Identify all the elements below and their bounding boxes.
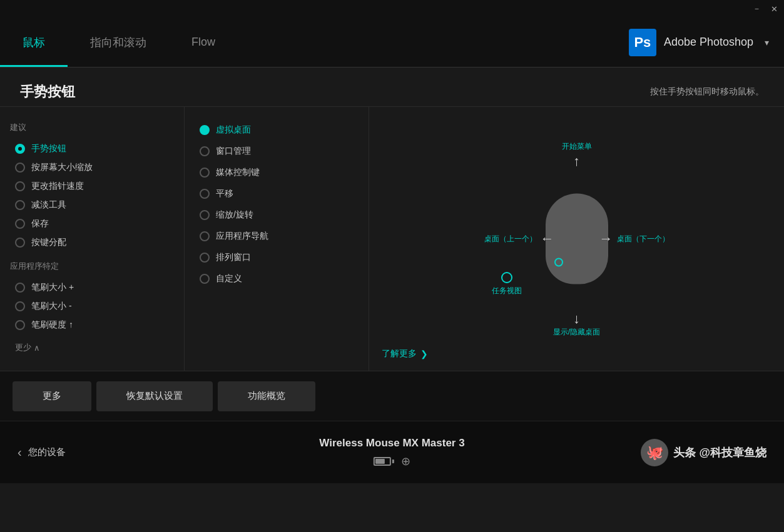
feature-overview-button[interactable]: 功能概览 <box>218 381 315 411</box>
dot-dodge-tool <box>15 200 25 210</box>
dot-screen-zoom <box>15 163 25 173</box>
header: 鼠标 指向和滚动 Flow Ps Adobe Photoshop ▾ <box>0 18 784 68</box>
back-to-devices-button[interactable]: ‹ 您的设备 <box>18 445 66 459</box>
tab-mouse[interactable]: 鼠标 <box>0 18 68 67</box>
bottom-bar: 更多 恢复默认设置 功能概览 <box>0 371 784 421</box>
device-name: Wireless Mouse MX Master 3 <box>319 437 464 449</box>
footer-device-icons: ⊕ <box>373 454 410 468</box>
dot-save <box>15 219 25 229</box>
left-item-dodge-tool[interactable]: 减淡工具 <box>10 196 174 214</box>
left-item-label-4: 保存 <box>31 218 49 229</box>
group2-label: 应用程序特定 <box>10 261 174 272</box>
back-arrow-icon: ‹ <box>18 445 22 459</box>
dot-brush-hardness <box>15 320 25 330</box>
left-item-label-8: 笔刷硬度 ↑ <box>31 319 73 331</box>
app-dropdown-arrow[interactable]: ▾ <box>765 38 769 48</box>
watermark: 🐙 头条 @科技章鱼烧 <box>641 439 766 466</box>
watermark-avatar: 🐙 <box>641 439 668 466</box>
top-label: 开始菜单 <box>562 141 592 152</box>
mouse-diagram: 开始菜单 ↑ 桌面（上一个） ← → 桌面（下一个） ↓ <box>477 139 677 339</box>
section-title: 手势按钮 <box>20 83 75 101</box>
left-item-gesture-button[interactable]: 手势按钮 <box>10 139 174 158</box>
mdot-window-manage <box>200 146 210 156</box>
watermark-text: 头条 @科技章鱼烧 <box>673 445 766 460</box>
app-name-label: Adobe Photoshop <box>664 36 753 49</box>
learn-more-button[interactable]: 了解更多 ❯ <box>382 348 428 359</box>
tab-point-scroll[interactable]: 指向和滚动 <box>68 18 169 67</box>
title-bar: － ✕ <box>0 0 784 18</box>
left-item-screen-zoom[interactable]: 按屏幕大小缩放 <box>10 158 174 177</box>
middle-item-label-3: 平移 <box>216 188 233 199</box>
learn-more-arrow-icon: ❯ <box>420 349 428 359</box>
left-item-brush-plus[interactable]: 笔刷大小 + <box>10 278 174 297</box>
middle-item-virtual-desktop[interactable]: 虚拟桌面 <box>195 119 359 141</box>
section-header: 手势按钮 按住手势按钮同时移动鼠标。 <box>0 68 784 106</box>
middle-item-label-7: 自定义 <box>216 273 242 284</box>
arrow-down-icon: ↓ <box>573 311 580 327</box>
left-item-key-assign[interactable]: 按键分配 <box>10 233 174 252</box>
left-item-pointer-speed[interactable]: 更改指针速度 <box>10 177 174 196</box>
dot-gesture-button <box>15 144 25 154</box>
middle-item-label-6: 排列窗口 <box>216 252 251 263</box>
dot-brush-plus <box>15 283 25 293</box>
bottom-left-label: 任务视图 <box>492 286 522 296</box>
mdot-media-control <box>200 168 210 178</box>
battery-icon <box>373 457 394 466</box>
middle-item-pan[interactable]: 平移 <box>195 183 359 204</box>
middle-item-label-0: 虚拟桌面 <box>216 124 251 136</box>
left-item-label-1: 按屏幕大小缩放 <box>31 162 93 173</box>
left-item-brush-minus[interactable]: 笔刷大小 - <box>10 297 174 316</box>
more-less-label: 更少 <box>15 342 31 353</box>
mdot-app-nav <box>200 231 210 241</box>
mouse-body <box>546 194 608 284</box>
left-item-label-2: 更改指针速度 <box>31 181 84 192</box>
content-area: 建议 手势按钮 按屏幕大小缩放 更改指针速度 减淡工具 保存 按键分配 应用程序… <box>0 106 784 371</box>
left-item-label-6: 笔刷大小 + <box>31 282 74 293</box>
middle-item-label-2: 媒体控制键 <box>216 167 260 178</box>
more-button[interactable]: 更多 <box>13 381 91 411</box>
section-description: 按住手势按钮同时移动鼠标。 <box>650 86 764 98</box>
group1-label: 建议 <box>10 122 174 133</box>
dot-key-assign <box>15 238 25 248</box>
more-less-button[interactable]: 更少 ∧ <box>10 337 174 358</box>
dot-brush-minus <box>15 301 25 311</box>
mouse-gesture-dot <box>554 258 563 267</box>
battery-body <box>373 457 390 466</box>
tab-flow[interactable]: Flow <box>169 18 238 67</box>
footer-right: 🐙 头条 @科技章鱼烧 <box>641 439 766 466</box>
middle-item-app-nav[interactable]: 应用程序导航 <box>195 226 359 247</box>
more-less-symbol: ∧ <box>34 343 40 353</box>
left-item-save[interactable]: 保存 <box>10 214 174 233</box>
right-panel: 开始菜单 ↑ 桌面（上一个） ← → 桌面（下一个） ↓ <box>369 107 784 371</box>
middle-item-label-1: 窗口管理 <box>216 146 251 157</box>
footer: ‹ 您的设备 Wireless Mouse MX Master 3 ⊕ 🐙 头条… <box>0 421 784 483</box>
mdot-arrange-windows <box>200 253 210 263</box>
right-label: 桌面（下一个） <box>617 234 669 244</box>
mdot-zoom-rotate <box>200 210 210 220</box>
mouse-shape <box>546 194 608 284</box>
restore-defaults-button[interactable]: 恢复默认设置 <box>96 381 213 411</box>
mdot-custom <box>200 274 210 284</box>
middle-item-media-control[interactable]: 媒体控制键 <box>195 162 359 183</box>
battery-fill <box>375 459 384 464</box>
close-button[interactable]: ✕ <box>769 4 779 14</box>
mdot-pan <box>200 189 210 199</box>
middle-item-custom[interactable]: 自定义 <box>195 268 359 289</box>
minimize-button[interactable]: － <box>751 4 761 14</box>
left-item-label-5: 按键分配 <box>31 237 66 248</box>
middle-item-window-manage[interactable]: 窗口管理 <box>195 141 359 162</box>
middle-panel: 虚拟桌面 窗口管理 媒体控制键 平移 缩放/旋转 应用程序导航 排列窗口 自定 <box>185 107 369 371</box>
middle-item-arrange-windows[interactable]: 排列窗口 <box>195 247 359 268</box>
app-selector[interactable]: Ps Adobe Photoshop ▾ <box>629 18 784 67</box>
bottom-label: 显示/隐藏桌面 <box>553 327 600 338</box>
arrow-up-icon: ↑ <box>573 153 580 169</box>
middle-item-zoom-rotate[interactable]: 缩放/旋转 <box>195 204 359 226</box>
left-panel: 建议 手势按钮 按屏幕大小缩放 更改指针速度 减淡工具 保存 按键分配 应用程序… <box>0 107 185 371</box>
arrow-left-icon: ← <box>541 231 554 247</box>
battery-tip <box>392 459 394 463</box>
learn-more-label: 了解更多 <box>382 348 417 359</box>
left-item-brush-hardness[interactable]: 笔刷硬度 ↑ <box>10 316 174 334</box>
task-view-dot <box>501 272 512 283</box>
wireless-icon: ⊕ <box>401 454 410 468</box>
left-item-label-0: 手势按钮 <box>31 143 66 154</box>
